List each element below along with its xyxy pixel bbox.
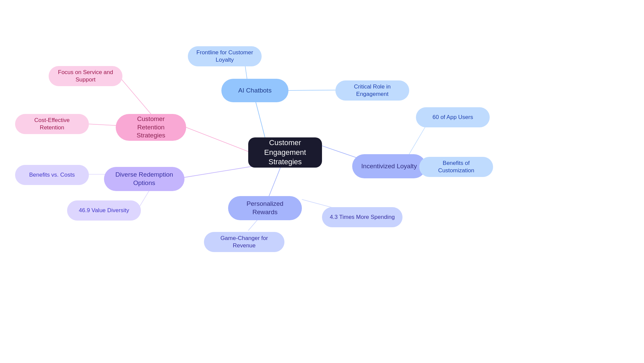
cost-effective-node: Cost-Effective Retention — [15, 114, 89, 134]
customer-retention-node: Customer Retention Strategies — [116, 114, 186, 141]
diverse-redemption-node: Diverse Redemption Options — [104, 167, 184, 191]
incentivized-loyalty-node: Incentivized Loyalty — [352, 154, 426, 178]
svg-line-0 — [186, 127, 248, 152]
critical-role-node: Critical Role in Engagement — [335, 80, 409, 101]
value-diversity-node: 46.9 Value Diversity — [67, 200, 141, 221]
svg-line-1 — [119, 76, 151, 114]
frontline-node: Frontline for Customer Loyalty — [188, 46, 262, 66]
svg-line-3 — [255, 99, 265, 137]
benefits-customization-node: Benefits of Customization — [419, 157, 493, 177]
benefits-costs-node: Benefits vs. Costs — [15, 165, 89, 185]
personalized-rewards-node: Personalized Rewards — [228, 196, 302, 220]
focus-on-service-node: Focus on Service and Support — [49, 66, 122, 86]
sixty-app-users-node: 60 of App Users — [416, 107, 490, 127]
center-node: Customer Engagement Strategies — [248, 137, 322, 168]
ai-chatbots-node: AI Chatbots — [221, 79, 288, 102]
svg-line-9 — [183, 166, 255, 178]
svg-line-12 — [268, 164, 282, 198]
game-changer-node: Game-Changer for Revenue — [204, 232, 284, 252]
four-point-three-node: 4.3 Times More Spending — [322, 207, 402, 227]
